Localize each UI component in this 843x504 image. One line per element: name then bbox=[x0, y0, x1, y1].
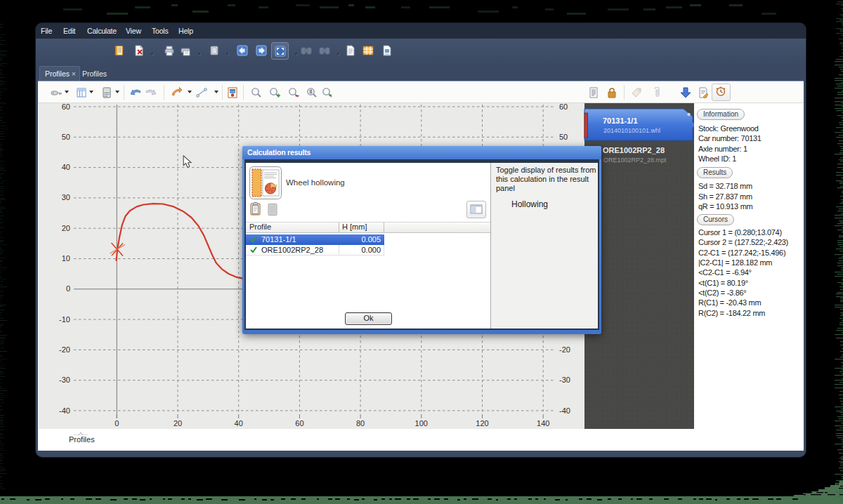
svg-text:50: 50 bbox=[62, 133, 70, 141]
svg-text:0: 0 bbox=[115, 419, 119, 427]
svg-text:50: 50 bbox=[559, 133, 568, 141]
svg-text:-20: -20 bbox=[59, 345, 70, 354]
svg-text:-40: -40 bbox=[59, 406, 70, 415]
svg-text:70131-1/1: 70131-1/1 bbox=[603, 117, 638, 125]
svg-text:ORE1002RP2_28: ORE1002RP2_28 bbox=[603, 146, 665, 154]
svg-text:-30: -30 bbox=[559, 376, 570, 384]
svg-text:20: 20 bbox=[62, 224, 70, 232]
svg-text:60: 60 bbox=[559, 103, 568, 111]
svg-text:80: 80 bbox=[356, 419, 365, 427]
svg-text:40: 40 bbox=[62, 163, 70, 171]
svg-text:-10: -10 bbox=[59, 315, 70, 324]
svg-text:30: 30 bbox=[62, 193, 70, 201]
svg-text:140: 140 bbox=[537, 419, 549, 427]
svg-text:60: 60 bbox=[62, 103, 70, 111]
svg-text:0: 0 bbox=[66, 284, 70, 293]
svg-text:40: 40 bbox=[235, 419, 243, 427]
svg-text:20: 20 bbox=[174, 419, 182, 427]
svg-text:60: 60 bbox=[295, 419, 303, 427]
svg-text:2014010100101.whl: 2014010100101.whl bbox=[603, 127, 660, 134]
svg-text:ORE1002RP2_28.mpt: ORE1002RP2_28.mpt bbox=[603, 157, 667, 164]
svg-text:-20: -20 bbox=[559, 345, 570, 354]
svg-text:10: 10 bbox=[62, 254, 70, 263]
svg-text:120: 120 bbox=[476, 419, 488, 427]
svg-text:100: 100 bbox=[415, 419, 428, 427]
svg-text:-30: -30 bbox=[59, 376, 70, 384]
svg-text:-40: -40 bbox=[559, 406, 570, 415]
